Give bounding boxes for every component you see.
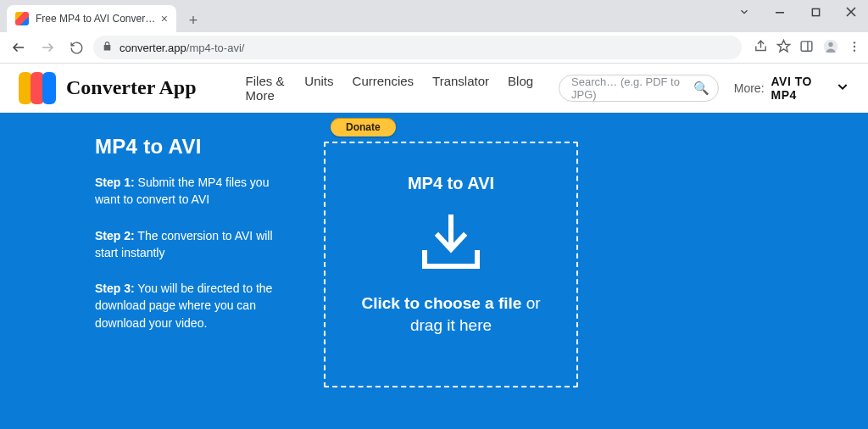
svg-rect-0 xyxy=(776,12,784,14)
window-maximize-icon[interactable] xyxy=(804,2,827,22)
side-panel-icon[interactable] xyxy=(799,39,814,56)
step-1-label: Step 1: xyxy=(95,176,135,189)
download-tray-icon xyxy=(416,214,486,276)
logo-text: Converter App xyxy=(66,76,197,99)
logo-mark-icon xyxy=(19,72,58,104)
site-logo[interactable]: Converter App xyxy=(19,72,197,104)
dropzone-title: MP4 to AVI xyxy=(408,174,494,193)
svg-point-12 xyxy=(854,45,855,47)
svg-point-13 xyxy=(854,49,855,51)
nav-currencies[interactable]: Currencies xyxy=(353,74,415,103)
site-header: Converter App Files & More Units Currenc… xyxy=(0,64,868,113)
kebab-menu-icon[interactable] xyxy=(848,40,861,56)
step-2: Step 2: The conversion to AVI will start… xyxy=(95,227,290,262)
window-close-icon[interactable] xyxy=(839,2,863,22)
new-tab-button[interactable]: + xyxy=(181,8,205,32)
nav-back-button[interactable] xyxy=(7,36,31,59)
profile-avatar-icon[interactable] xyxy=(822,38,839,58)
more-converters[interactable]: More: AVI TO MP4 xyxy=(734,75,849,102)
svg-rect-7 xyxy=(801,42,812,51)
address-bar[interactable]: converter.app/mp4-to-avi/ xyxy=(93,36,742,59)
browser-toolbar: converter.app/mp4-to-avi/ xyxy=(0,32,868,64)
step-3-label: Step 3: xyxy=(95,281,135,295)
dropzone-cta-line1: Click to choose a file or xyxy=(361,294,540,313)
browser-tab[interactable]: Free MP4 to AVI Converter - C × xyxy=(7,5,176,32)
nav-forward-button[interactable] xyxy=(36,36,59,59)
search-placeholder: Search… (e.g. PDF to JPG) xyxy=(571,75,693,101)
dropzone-cta-rest: or xyxy=(521,294,540,312)
window-caret-icon[interactable] xyxy=(732,2,756,22)
more-value: AVI TO MP4 xyxy=(771,75,829,102)
hero-section: MP4 to AVI Step 1: Submit the MP4 files … xyxy=(0,113,868,429)
nav-units[interactable]: Units xyxy=(304,74,333,103)
main-nav: Files & More Units Currencies Translator… xyxy=(246,74,534,103)
tab-title: Free MP4 to AVI Converter - C xyxy=(36,13,156,25)
browser-titlebar: Free MP4 to AVI Converter - C × + xyxy=(0,0,868,32)
share-icon[interactable] xyxy=(754,39,768,56)
step-3: Step 3: You will be directed to the down… xyxy=(95,280,290,332)
nav-reload-button[interactable] xyxy=(64,36,88,59)
tab-close-icon[interactable]: × xyxy=(161,13,168,25)
tab-favicon-icon xyxy=(15,12,29,25)
donate-button[interactable]: Donate xyxy=(331,118,396,136)
more-label: More: xyxy=(734,81,765,95)
url-path: /mp4-to-avi/ xyxy=(186,42,245,54)
site-search-input[interactable]: Search… (e.g. PDF to JPG) 🔍 xyxy=(559,75,719,102)
search-icon[interactable]: 🔍 xyxy=(693,81,709,96)
nav-blog[interactable]: Blog xyxy=(508,74,533,103)
url-host: converter.app xyxy=(120,42,186,54)
step-2-label: Step 2: xyxy=(95,229,135,242)
svg-point-10 xyxy=(828,42,832,46)
svg-rect-1 xyxy=(812,8,819,15)
lock-icon xyxy=(102,41,113,54)
dropzone-cta-bold: Click to choose a file xyxy=(361,294,521,312)
dropzone-cta-line2: drag it here xyxy=(410,316,492,335)
chevron-down-icon xyxy=(836,80,849,96)
window-minimize-icon[interactable] xyxy=(768,2,792,22)
svg-point-11 xyxy=(854,42,855,43)
file-dropzone[interactable]: MP4 to AVI Click to choose a file or dra… xyxy=(324,142,578,387)
nav-files[interactable]: Files & More xyxy=(246,74,287,103)
bookmark-star-icon[interactable] xyxy=(776,39,791,56)
svg-marker-6 xyxy=(777,40,789,51)
step-1: Step 1: Submit the MP4 files you want to… xyxy=(95,174,290,209)
nav-translator[interactable]: Translator xyxy=(432,74,489,103)
page-title: MP4 to AVI xyxy=(95,135,307,159)
